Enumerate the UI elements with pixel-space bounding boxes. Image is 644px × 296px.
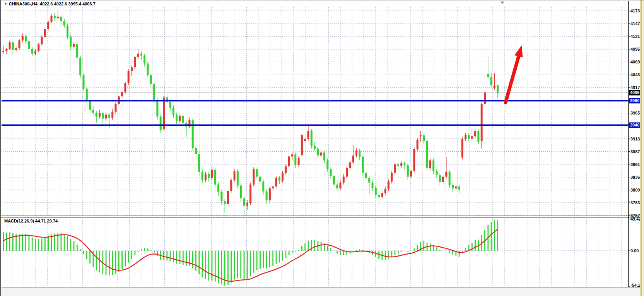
candle-body xyxy=(282,173,284,181)
candle-body xyxy=(317,149,319,156)
candle-body xyxy=(384,189,386,193)
symbol-dropdown-icon[interactable]: ▼ xyxy=(4,2,7,6)
candle-body xyxy=(343,177,345,183)
candle-body xyxy=(458,186,460,190)
candle-body xyxy=(169,102,171,108)
candle-body xyxy=(394,164,396,173)
candle-body xyxy=(246,203,248,205)
candle-body xyxy=(70,37,72,46)
candle-body xyxy=(468,135,470,139)
candle-body xyxy=(452,185,454,188)
candle-body xyxy=(96,113,97,116)
candle-body xyxy=(368,178,370,182)
candle-body xyxy=(147,63,149,75)
candle-body xyxy=(86,89,88,101)
candle-body xyxy=(198,154,200,172)
candle-body xyxy=(407,165,409,176)
candle-body xyxy=(63,21,65,26)
candle-body xyxy=(182,116,184,123)
candle-body xyxy=(484,92,486,104)
candle-body xyxy=(220,192,222,201)
candle-body xyxy=(336,185,338,188)
candle-body xyxy=(179,116,181,121)
candle-body xyxy=(124,83,126,92)
macd-indicator-label: MACD(12,26,9) 44.71 29.74 xyxy=(4,219,58,223)
candle-body xyxy=(340,183,342,188)
candle-body xyxy=(494,86,495,88)
candle-body xyxy=(176,115,178,121)
candle-body xyxy=(269,188,271,200)
candle-body xyxy=(105,115,107,118)
candle-body xyxy=(301,135,303,155)
candle-body xyxy=(121,92,123,96)
chart-canvas[interactable]: 4173.04147.04121.04095.04069.04043.04017… xyxy=(1,0,644,296)
candle-body xyxy=(54,16,56,18)
candle-body xyxy=(234,171,236,180)
candle-body xyxy=(372,183,374,188)
macd-name: MACD(12,26,9) xyxy=(4,219,34,223)
candle-body xyxy=(217,185,219,192)
candle-body xyxy=(272,186,274,188)
window-right-padding xyxy=(642,0,644,296)
candle-body xyxy=(375,188,377,195)
candle-body xyxy=(2,51,4,52)
candle-body xyxy=(349,163,351,168)
candle-body xyxy=(423,135,425,141)
candle-body xyxy=(22,36,24,40)
candle-body xyxy=(214,170,216,185)
candle-body xyxy=(294,154,296,165)
candle-body xyxy=(362,157,364,173)
candle-body xyxy=(490,77,492,85)
candle-body xyxy=(432,161,434,171)
candle-body xyxy=(79,58,81,75)
candle-body xyxy=(388,181,389,189)
candle-body xyxy=(41,37,43,44)
candle-body xyxy=(320,152,322,156)
candle-body xyxy=(51,16,53,22)
candle-body xyxy=(253,169,255,184)
candle-body xyxy=(410,171,412,176)
candle-body xyxy=(439,175,441,182)
candle-body xyxy=(307,131,309,139)
candle-body xyxy=(163,98,165,129)
trend-arrow-shaft[interactable] xyxy=(506,54,519,103)
candle-body xyxy=(352,156,354,163)
candle-body xyxy=(497,85,499,92)
candle-body xyxy=(208,174,210,178)
candle-body xyxy=(15,48,17,50)
trend-arrow-head[interactable] xyxy=(514,45,523,58)
macd-signal-value: 29.74 xyxy=(47,219,58,223)
candle-body xyxy=(202,172,203,180)
candle-body xyxy=(400,163,402,166)
candle-body xyxy=(205,174,207,180)
candle-body xyxy=(346,168,348,177)
candle-body xyxy=(92,110,94,113)
ohlc-readout: 4022.6 4022.6 3995.4 4006.7 xyxy=(40,2,96,6)
candle-body xyxy=(275,178,277,186)
candle-body xyxy=(330,169,332,176)
macd-axis-label: 0.00 xyxy=(630,248,639,253)
candle-body xyxy=(44,29,46,37)
candle-body xyxy=(9,42,11,49)
candle-body xyxy=(31,49,33,54)
candle-body xyxy=(323,152,325,160)
candle-body xyxy=(326,161,328,169)
candle-body xyxy=(256,169,258,176)
candle-body xyxy=(397,164,399,166)
chart-shift-marker-icon[interactable] xyxy=(501,2,504,4)
candle-body xyxy=(99,113,101,116)
candle-body xyxy=(304,139,306,141)
candle-body xyxy=(173,108,174,115)
candle-body xyxy=(150,75,152,84)
candle-body xyxy=(285,166,287,173)
candle-body xyxy=(262,181,264,191)
candle-body xyxy=(471,136,473,139)
candle-body xyxy=(311,131,313,146)
candle-body xyxy=(417,140,419,149)
candle-body xyxy=(34,51,36,54)
macd-main-value: 44.71 xyxy=(35,219,46,223)
candle-body xyxy=(12,42,14,50)
candle-body xyxy=(47,22,49,29)
candle-body xyxy=(477,131,479,142)
candle-body xyxy=(465,135,466,139)
